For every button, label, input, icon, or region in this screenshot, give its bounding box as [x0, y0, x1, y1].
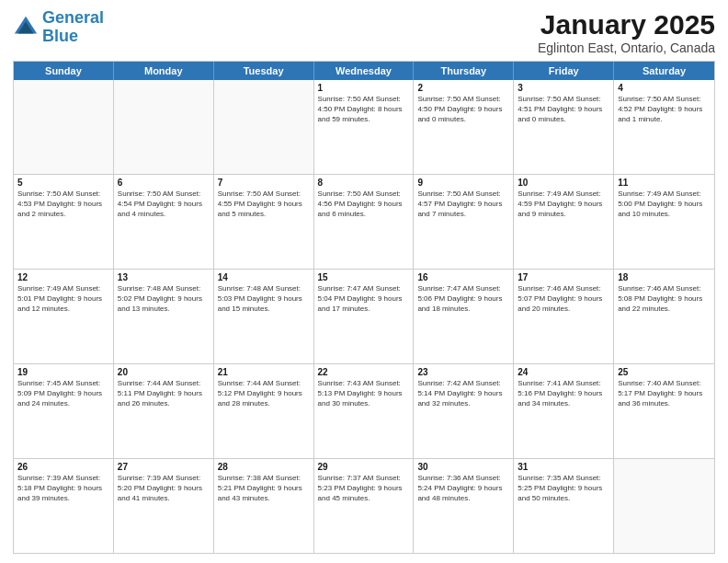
header-day-friday: Friday	[514, 62, 614, 80]
logo: General Blue	[13, 9, 104, 46]
day-cell-22: 22Sunrise: 7:43 AM Sunset: 5:13 PM Dayli…	[314, 364, 415, 458]
day-number: 13	[118, 272, 210, 282]
header-day-thursday: Thursday	[414, 62, 514, 80]
day-info: Sunrise: 7:47 AM Sunset: 5:04 PM Dayligh…	[318, 284, 410, 314]
day-cell-17: 17Sunrise: 7:46 AM Sunset: 5:07 PM Dayli…	[514, 270, 614, 363]
day-number: 10	[518, 178, 609, 188]
day-number: 1	[318, 83, 410, 93]
day-info: Sunrise: 7:49 AM Sunset: 4:59 PM Dayligh…	[518, 190, 609, 219]
header-day-wednesday: Wednesday	[314, 62, 415, 80]
day-number: 9	[417, 178, 509, 188]
day-cell-13: 13Sunrise: 7:48 AM Sunset: 5:02 PM Dayli…	[114, 270, 214, 363]
day-number: 25	[618, 367, 711, 377]
day-info: Sunrise: 7:35 AM Sunset: 5:25 PM Dayligh…	[518, 474, 609, 503]
week-4: 19Sunrise: 7:45 AM Sunset: 5:09 PM Dayli…	[14, 364, 714, 459]
day-cell-28: 28Sunrise: 7:38 AM Sunset: 5:21 PM Dayli…	[214, 459, 314, 553]
day-info: Sunrise: 7:49 AM Sunset: 5:01 PM Dayligh…	[17, 284, 109, 314]
day-number: 14	[218, 272, 310, 282]
day-info: Sunrise: 7:44 AM Sunset: 5:11 PM Dayligh…	[118, 379, 210, 408]
title-block: January 2025 Eglinton East, Ontario, Can…	[538, 9, 715, 55]
calendar-header-row: SundayMondayTuesdayWednesdayThursdayFrid…	[14, 62, 714, 80]
day-number: 19	[17, 367, 109, 377]
day-number: 28	[218, 462, 310, 472]
day-cell-12: 12Sunrise: 7:49 AM Sunset: 5:01 PM Dayli…	[14, 270, 114, 363]
day-number: 21	[218, 367, 310, 377]
day-info: Sunrise: 7:46 AM Sunset: 5:08 PM Dayligh…	[618, 284, 711, 314]
day-cell-2: 2Sunrise: 7:50 AM Sunset: 4:50 PM Daylig…	[414, 80, 514, 174]
day-number: 2	[417, 83, 509, 93]
header-day-saturday: Saturday	[614, 62, 714, 80]
day-info: Sunrise: 7:50 AM Sunset: 4:55 PM Dayligh…	[218, 190, 310, 219]
day-cell-10: 10Sunrise: 7:49 AM Sunset: 4:59 PM Dayli…	[514, 175, 614, 269]
day-cell-20: 20Sunrise: 7:44 AM Sunset: 5:11 PM Dayli…	[114, 364, 214, 458]
week-2: 5Sunrise: 7:50 AM Sunset: 4:53 PM Daylig…	[14, 175, 714, 270]
day-info: Sunrise: 7:39 AM Sunset: 5:18 PM Dayligh…	[17, 474, 109, 503]
day-cell-1: 1Sunrise: 7:50 AM Sunset: 4:50 PM Daylig…	[314, 80, 415, 174]
empty-cell	[114, 80, 214, 174]
day-number: 23	[417, 367, 509, 377]
day-info: Sunrise: 7:44 AM Sunset: 5:12 PM Dayligh…	[218, 379, 310, 408]
day-cell-26: 26Sunrise: 7:39 AM Sunset: 5:18 PM Dayli…	[14, 459, 114, 553]
day-cell-24: 24Sunrise: 7:41 AM Sunset: 5:16 PM Dayli…	[514, 364, 614, 458]
day-cell-25: 25Sunrise: 7:40 AM Sunset: 5:17 PM Dayli…	[614, 364, 714, 458]
day-number: 12	[17, 272, 109, 282]
day-info: Sunrise: 7:50 AM Sunset: 4:53 PM Dayligh…	[17, 190, 109, 219]
day-cell-6: 6Sunrise: 7:50 AM Sunset: 4:54 PM Daylig…	[114, 175, 214, 269]
empty-cell	[214, 80, 314, 174]
header-day-tuesday: Tuesday	[214, 62, 314, 80]
day-number: 22	[318, 367, 410, 377]
calendar-body: 1Sunrise: 7:50 AM Sunset: 4:50 PM Daylig…	[14, 80, 714, 553]
day-number: 26	[17, 462, 109, 472]
day-number: 6	[118, 178, 210, 188]
day-cell-27: 27Sunrise: 7:39 AM Sunset: 5:20 PM Dayli…	[114, 459, 214, 553]
day-cell-15: 15Sunrise: 7:47 AM Sunset: 5:04 PM Dayli…	[314, 270, 415, 363]
day-info: Sunrise: 7:49 AM Sunset: 5:00 PM Dayligh…	[618, 190, 711, 219]
day-info: Sunrise: 7:50 AM Sunset: 4:56 PM Dayligh…	[318, 190, 410, 219]
day-info: Sunrise: 7:37 AM Sunset: 5:23 PM Dayligh…	[318, 474, 410, 503]
day-info: Sunrise: 7:40 AM Sunset: 5:17 PM Dayligh…	[618, 379, 711, 408]
day-cell-23: 23Sunrise: 7:42 AM Sunset: 5:14 PM Dayli…	[414, 364, 514, 458]
day-number: 7	[218, 178, 310, 188]
day-info: Sunrise: 7:38 AM Sunset: 5:21 PM Dayligh…	[218, 474, 310, 503]
day-number: 24	[518, 367, 609, 377]
page: General Blue January 2025 Eglinton East,…	[0, 0, 728, 563]
day-cell-30: 30Sunrise: 7:36 AM Sunset: 5:24 PM Dayli…	[414, 459, 514, 553]
day-cell-31: 31Sunrise: 7:35 AM Sunset: 5:25 PM Dayli…	[514, 459, 614, 553]
day-info: Sunrise: 7:50 AM Sunset: 4:57 PM Dayligh…	[417, 190, 509, 219]
day-number: 18	[618, 272, 711, 282]
day-info: Sunrise: 7:46 AM Sunset: 5:07 PM Dayligh…	[518, 284, 609, 314]
day-number: 27	[118, 462, 210, 472]
day-cell-8: 8Sunrise: 7:50 AM Sunset: 4:56 PM Daylig…	[314, 175, 415, 269]
week-3: 12Sunrise: 7:49 AM Sunset: 5:01 PM Dayli…	[14, 270, 714, 364]
header-day-sunday: Sunday	[14, 62, 114, 80]
day-number: 15	[318, 272, 410, 282]
header-day-monday: Monday	[114, 62, 214, 80]
day-cell-9: 9Sunrise: 7:50 AM Sunset: 4:57 PM Daylig…	[414, 175, 514, 269]
day-cell-29: 29Sunrise: 7:37 AM Sunset: 5:23 PM Dayli…	[314, 459, 415, 553]
day-cell-5: 5Sunrise: 7:50 AM Sunset: 4:53 PM Daylig…	[14, 175, 114, 269]
calendar-title: January 2025	[538, 9, 715, 40]
day-cell-4: 4Sunrise: 7:50 AM Sunset: 4:52 PM Daylig…	[614, 80, 714, 174]
day-number: 16	[417, 272, 509, 282]
calendar: SundayMondayTuesdayWednesdayThursdayFrid…	[13, 61, 715, 554]
day-number: 17	[518, 272, 609, 282]
day-info: Sunrise: 7:45 AM Sunset: 5:09 PM Dayligh…	[17, 379, 109, 408]
day-info: Sunrise: 7:41 AM Sunset: 5:16 PM Dayligh…	[518, 379, 609, 408]
logo-text: General Blue	[42, 9, 104, 46]
day-info: Sunrise: 7:50 AM Sunset: 4:50 PM Dayligh…	[318, 95, 410, 124]
day-info: Sunrise: 7:48 AM Sunset: 5:03 PM Dayligh…	[218, 284, 310, 314]
day-info: Sunrise: 7:50 AM Sunset: 4:52 PM Dayligh…	[618, 95, 711, 124]
day-info: Sunrise: 7:50 AM Sunset: 4:51 PM Dayligh…	[518, 95, 609, 124]
day-number: 5	[17, 178, 109, 188]
week-5: 26Sunrise: 7:39 AM Sunset: 5:18 PM Dayli…	[14, 459, 714, 553]
day-info: Sunrise: 7:50 AM Sunset: 4:50 PM Dayligh…	[417, 95, 509, 124]
day-cell-11: 11Sunrise: 7:49 AM Sunset: 5:00 PM Dayli…	[614, 175, 714, 269]
week-1: 1Sunrise: 7:50 AM Sunset: 4:50 PM Daylig…	[14, 80, 714, 175]
day-cell-18: 18Sunrise: 7:46 AM Sunset: 5:08 PM Dayli…	[614, 270, 714, 363]
day-cell-7: 7Sunrise: 7:50 AM Sunset: 4:55 PM Daylig…	[214, 175, 314, 269]
day-info: Sunrise: 7:36 AM Sunset: 5:24 PM Dayligh…	[417, 474, 509, 503]
day-number: 8	[318, 178, 410, 188]
day-info: Sunrise: 7:39 AM Sunset: 5:20 PM Dayligh…	[118, 474, 210, 503]
empty-cell	[14, 80, 114, 174]
day-info: Sunrise: 7:47 AM Sunset: 5:06 PM Dayligh…	[417, 284, 509, 314]
